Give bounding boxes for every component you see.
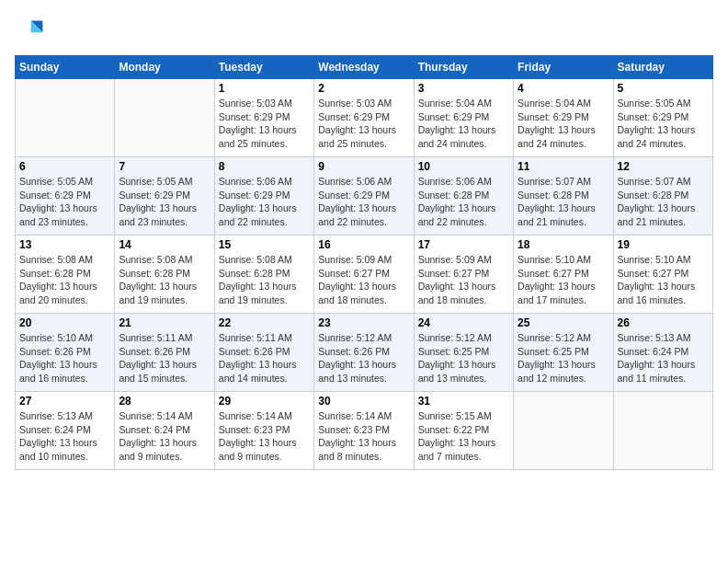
calendar-cell: 30Sunrise: 5:14 AM Sunset: 6:23 PM Dayli… [314,392,414,470]
day-number: 19 [618,238,709,251]
day-detail: Sunrise: 5:05 AM Sunset: 6:29 PM Dayligh… [19,175,110,229]
day-detail: Sunrise: 5:03 AM Sunset: 6:29 PM Dayligh… [219,97,310,151]
calendar-cell: 16Sunrise: 5:09 AM Sunset: 6:27 PM Dayli… [314,236,414,314]
day-detail: Sunrise: 5:03 AM Sunset: 6:29 PM Dayligh… [318,97,409,151]
calendar-cell [16,79,115,157]
day-detail: Sunrise: 5:14 AM Sunset: 6:24 PM Dayligh… [119,409,210,464]
calendar-cell: 26Sunrise: 5:13 AM Sunset: 6:24 PM Dayli… [613,314,712,392]
day-number: 13 [19,238,110,251]
calendar-cell: 3Sunrise: 5:04 AM Sunset: 6:29 PM Daylig… [414,79,513,157]
calendar-cell: 14Sunrise: 5:08 AM Sunset: 6:28 PM Dayli… [115,236,214,314]
day-detail: Sunrise: 5:12 AM Sunset: 6:25 PM Dayligh… [518,331,609,385]
day-number: 11 [518,160,609,173]
day-number: 15 [219,238,310,251]
calendar-cell: 11Sunrise: 5:07 AM Sunset: 6:28 PM Dayli… [514,157,613,236]
day-detail: Sunrise: 5:09 AM Sunset: 6:27 PM Dayligh… [418,253,509,307]
calendar-cell: 20Sunrise: 5:10 AM Sunset: 6:26 PM Dayli… [16,314,115,392]
weekday-header-tuesday: Tuesday [214,56,313,79]
calendar-cell: 4Sunrise: 5:04 AM Sunset: 6:29 PM Daylig… [514,79,613,157]
weekday-header-friday: Friday [514,56,613,79]
day-detail: Sunrise: 5:04 AM Sunset: 6:29 PM Dayligh… [418,97,509,151]
day-number: 3 [418,82,509,95]
day-number: 12 [618,160,709,173]
day-detail: Sunrise: 5:12 AM Sunset: 6:26 PM Dayligh… [318,331,409,385]
day-detail: Sunrise: 5:08 AM Sunset: 6:28 PM Dayligh… [19,253,110,307]
weekday-header-thursday: Thursday [414,56,513,79]
calendar-cell: 27Sunrise: 5:13 AM Sunset: 6:24 PM Dayli… [16,392,115,470]
calendar-cell: 2Sunrise: 5:03 AM Sunset: 6:29 PM Daylig… [314,79,414,157]
day-detail: Sunrise: 5:09 AM Sunset: 6:27 PM Dayligh… [318,253,409,307]
calendar-table: SundayMondayTuesdayWednesdayThursdayFrid… [15,55,713,470]
calendar-cell: 8Sunrise: 5:06 AM Sunset: 6:29 PM Daylig… [214,157,313,236]
calendar-cell: 7Sunrise: 5:05 AM Sunset: 6:29 PM Daylig… [115,157,214,236]
day-detail: Sunrise: 5:10 AM Sunset: 6:27 PM Dayligh… [618,253,709,307]
calendar-cell [613,392,712,470]
day-number: 26 [618,316,709,329]
day-detail: Sunrise: 5:11 AM Sunset: 6:26 PM Dayligh… [219,331,310,385]
calendar-cell: 1Sunrise: 5:03 AM Sunset: 6:29 PM Daylig… [214,79,313,157]
calendar-cell: 18Sunrise: 5:10 AM Sunset: 6:27 PM Dayli… [514,236,613,314]
day-number: 8 [219,160,310,173]
calendar-cell: 13Sunrise: 5:08 AM Sunset: 6:28 PM Dayli… [16,236,115,314]
calendar-cell: 22Sunrise: 5:11 AM Sunset: 6:26 PM Dayli… [214,314,313,392]
calendar-cell: 19Sunrise: 5:10 AM Sunset: 6:27 PM Dayli… [613,236,712,314]
day-number: 30 [318,395,409,408]
day-number: 5 [618,82,709,95]
day-detail: Sunrise: 5:12 AM Sunset: 6:25 PM Dayligh… [418,331,509,385]
day-number: 17 [418,238,509,251]
calendar-cell: 5Sunrise: 5:05 AM Sunset: 6:29 PM Daylig… [613,79,712,157]
day-number: 16 [318,238,409,251]
day-detail: Sunrise: 5:14 AM Sunset: 6:23 PM Dayligh… [318,409,409,464]
day-detail: Sunrise: 5:08 AM Sunset: 6:28 PM Dayligh… [119,253,210,307]
calendar-cell [115,79,214,157]
day-number: 22 [219,316,310,329]
day-detail: Sunrise: 5:07 AM Sunset: 6:28 PM Dayligh… [518,175,609,229]
day-number: 27 [19,395,110,408]
day-number: 31 [418,395,509,408]
day-detail: Sunrise: 5:11 AM Sunset: 6:26 PM Dayligh… [119,331,210,385]
calendar-cell: 21Sunrise: 5:11 AM Sunset: 6:26 PM Dayli… [115,314,214,392]
weekday-header-wednesday: Wednesday [314,56,414,79]
calendar-cell: 12Sunrise: 5:07 AM Sunset: 6:28 PM Dayli… [613,157,712,236]
weekday-header-sunday: Sunday [16,56,115,79]
day-detail: Sunrise: 5:05 AM Sunset: 6:29 PM Dayligh… [618,97,709,151]
calendar-cell: 24Sunrise: 5:12 AM Sunset: 6:25 PM Dayli… [414,314,513,392]
day-number: 28 [119,395,210,408]
calendar-cell: 25Sunrise: 5:12 AM Sunset: 6:25 PM Dayli… [514,314,613,392]
day-detail: Sunrise: 5:05 AM Sunset: 6:29 PM Dayligh… [119,175,210,229]
day-number: 23 [318,316,409,329]
day-number: 4 [518,82,609,95]
day-number: 18 [518,238,609,251]
calendar-cell [514,392,613,470]
calendar-cell: 28Sunrise: 5:14 AM Sunset: 6:24 PM Dayli… [115,392,214,470]
page-header [15,15,713,44]
day-number: 25 [518,316,609,329]
calendar-cell: 17Sunrise: 5:09 AM Sunset: 6:27 PM Dayli… [414,236,513,314]
day-number: 24 [418,316,509,329]
day-detail: Sunrise: 5:08 AM Sunset: 6:28 PM Dayligh… [219,253,310,307]
day-detail: Sunrise: 5:07 AM Sunset: 6:28 PM Dayligh… [618,175,709,229]
day-number: 29 [219,395,310,408]
day-number: 9 [318,160,409,173]
day-number: 14 [119,238,210,251]
day-detail: Sunrise: 5:10 AM Sunset: 6:27 PM Dayligh… [518,253,609,307]
day-detail: Sunrise: 5:06 AM Sunset: 6:29 PM Dayligh… [318,175,409,229]
calendar-cell: 6Sunrise: 5:05 AM Sunset: 6:29 PM Daylig… [16,157,115,236]
day-detail: Sunrise: 5:10 AM Sunset: 6:26 PM Dayligh… [19,331,110,385]
day-detail: Sunrise: 5:15 AM Sunset: 6:22 PM Dayligh… [418,409,509,464]
day-number: 2 [318,82,409,95]
day-number: 10 [418,160,509,173]
day-detail: Sunrise: 5:14 AM Sunset: 6:23 PM Dayligh… [219,409,310,464]
calendar-cell: 29Sunrise: 5:14 AM Sunset: 6:23 PM Dayli… [214,392,313,470]
day-number: 1 [219,82,310,95]
day-number: 20 [19,316,110,329]
logo [15,15,48,44]
day-detail: Sunrise: 5:04 AM Sunset: 6:29 PM Dayligh… [518,97,609,151]
calendar-cell: 31Sunrise: 5:15 AM Sunset: 6:22 PM Dayli… [414,392,513,470]
day-detail: Sunrise: 5:06 AM Sunset: 6:29 PM Dayligh… [219,175,310,229]
logo-icon [15,15,44,44]
day-detail: Sunrise: 5:06 AM Sunset: 6:28 PM Dayligh… [418,175,509,229]
day-number: 6 [19,160,110,173]
calendar-cell: 9Sunrise: 5:06 AM Sunset: 6:29 PM Daylig… [314,157,414,236]
weekday-header-monday: Monday [115,56,214,79]
